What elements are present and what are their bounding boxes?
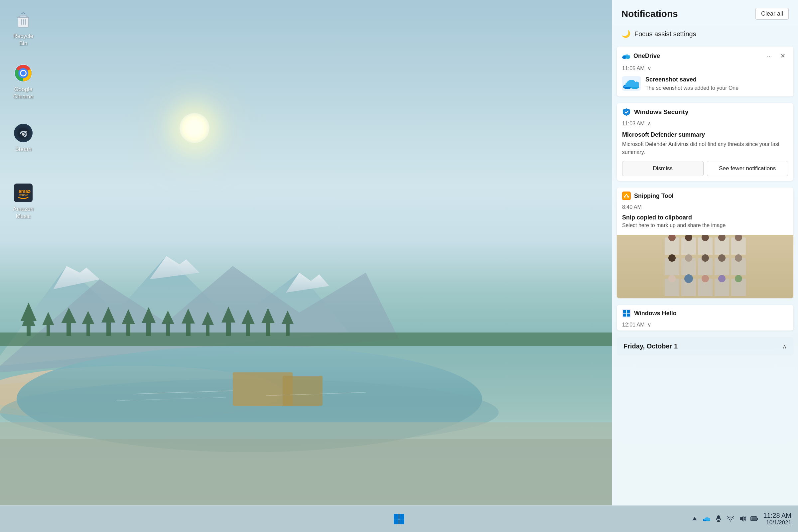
snipping-tool-icon bbox=[622, 191, 631, 200]
clock-date: 10/1/2021 bbox=[763, 519, 791, 526]
svg-rect-81 bbox=[623, 314, 626, 317]
microphone-tray-icon[interactable] bbox=[714, 514, 723, 524]
volume-tray-icon[interactable] bbox=[738, 514, 747, 524]
snipping-tool-time: 8:40 AM bbox=[622, 204, 642, 210]
svg-point-57 bbox=[22, 133, 25, 136]
calendar-date-label: Friday, October 1 bbox=[624, 342, 678, 350]
system-tray bbox=[690, 514, 759, 524]
snipping-tool-text: Snip copied to clipboard Select here to … bbox=[617, 213, 793, 232]
calendar-expand-icon[interactable]: ∧ bbox=[782, 343, 787, 350]
svg-rect-40 bbox=[283, 376, 323, 406]
onedrive-icon bbox=[622, 53, 630, 59]
amazon-music-label: Amazon Music bbox=[9, 206, 37, 220]
google-chrome-label: Google Chrome bbox=[9, 86, 37, 100]
svg-rect-84 bbox=[399, 514, 404, 519]
sun-decoration bbox=[179, 113, 209, 143]
snipping-tool-app-name: Snipping Tool bbox=[634, 192, 673, 200]
recycle-bin-label: Recycle Bin bbox=[9, 33, 37, 47]
snipping-tool-thumbnail bbox=[617, 235, 793, 298]
wifi-tray-icon[interactable] bbox=[726, 514, 735, 524]
chevron-up-tray-button[interactable] bbox=[690, 514, 699, 524]
ws-buttons: Dismiss See fewer notifications bbox=[622, 161, 788, 176]
amazon-music-image: amazon music bbox=[13, 182, 34, 204]
svg-rect-73 bbox=[623, 192, 630, 199]
recycle-bin-image bbox=[13, 9, 34, 31]
notification-title: Notifications bbox=[622, 8, 678, 19]
windows-hello-card-header: Windows Hello bbox=[617, 305, 793, 320]
ws-time-row: 11:03 AM ∧ bbox=[617, 119, 793, 130]
svg-rect-85 bbox=[394, 519, 399, 524]
windows-logo-icon bbox=[393, 513, 405, 525]
onedrive-notification-title: Screenshot saved bbox=[645, 76, 739, 83]
onedrive-time-row: 11:05 AM ∨ bbox=[617, 64, 793, 74]
clear-all-button[interactable]: Clear all bbox=[756, 8, 789, 20]
svg-point-55 bbox=[21, 71, 25, 75]
moon-icon: 🌙 bbox=[622, 30, 630, 38]
onedrive-card-header: OneDrive ··· ✕ bbox=[617, 46, 793, 64]
onedrive-controls: ··· ✕ bbox=[764, 51, 788, 61]
ws-notification-title: Microsoft Defender summary bbox=[622, 131, 788, 138]
calendar-section[interactable]: Friday, October 1 ∧ bbox=[617, 337, 793, 356]
svg-rect-90 bbox=[717, 515, 720, 519]
focus-assist-label: Focus assist settings bbox=[634, 30, 696, 38]
taskbar-center bbox=[391, 511, 407, 527]
windows-hello-app-info: Windows Hello bbox=[622, 309, 677, 318]
svg-rect-83 bbox=[394, 514, 399, 519]
windows-hello-icon bbox=[622, 309, 631, 318]
windows-hello-time-row: 12:01 AM ∨ bbox=[617, 320, 793, 330]
windows-security-notification-card: Windows Security 11:03 AM ∧ Microsoft De… bbox=[617, 103, 793, 181]
svg-rect-95 bbox=[757, 518, 758, 520]
notification-panel: Notifications Clear all 🌙 Focus assist s… bbox=[612, 0, 798, 506]
ws-time: 11:03 AM bbox=[622, 121, 645, 127]
steam-label: Steam bbox=[15, 146, 31, 153]
onedrive-close-button[interactable]: ✕ bbox=[777, 51, 788, 61]
svg-point-67 bbox=[625, 56, 630, 58]
start-button[interactable] bbox=[391, 511, 407, 527]
onedrive-notification-card: OneDrive ··· ✕ 11:05 AM ∨ Screenshot sav… bbox=[617, 46, 793, 96]
shield-icon bbox=[622, 108, 631, 116]
taskbar: 11:28 AM 10/1/2021 bbox=[0, 506, 798, 532]
snipping-tool-notification-body: Select here to mark up and share the ima… bbox=[622, 223, 788, 228]
google-chrome-icon[interactable]: Google Chrome bbox=[7, 60, 40, 103]
notification-header: Notifications Clear all bbox=[612, 0, 798, 25]
onedrive-time: 11:05 AM bbox=[622, 65, 645, 72]
svg-text:music: music bbox=[19, 193, 28, 197]
svg-marker-87 bbox=[692, 517, 697, 520]
amazon-music-icon[interactable]: amazon music Amazon Music bbox=[7, 179, 40, 223]
battery-tray-icon[interactable] bbox=[750, 514, 759, 524]
onedrive-large-icon bbox=[622, 76, 641, 91]
onedrive-expand-icon[interactable]: ∨ bbox=[647, 65, 651, 72]
taskbar-right: 11:28 AM 10/1/2021 bbox=[690, 511, 791, 526]
onedrive-app-name: OneDrive bbox=[633, 53, 660, 59]
onedrive-notification-body: The screenshot was added to your One bbox=[645, 84, 739, 92]
ws-header: Windows Security bbox=[617, 103, 793, 119]
snipping-tool-time-row: 8:40 AM bbox=[617, 203, 793, 213]
svg-rect-86 bbox=[399, 519, 404, 524]
svg-marker-93 bbox=[740, 516, 743, 522]
ws-see-fewer-button[interactable]: See fewer notifications bbox=[707, 161, 788, 176]
onedrive-content[interactable]: Screenshot saved The screenshot was adde… bbox=[617, 74, 793, 96]
ws-expand-icon[interactable]: ∧ bbox=[647, 120, 651, 127]
svg-rect-96 bbox=[752, 517, 756, 520]
windows-hello-app-name: Windows Hello bbox=[634, 310, 677, 317]
recycle-bin-icon[interactable]: Recycle Bin bbox=[7, 7, 40, 50]
onedrive-menu-button[interactable]: ··· bbox=[764, 51, 775, 61]
snipping-tool-card-header: Snipping Tool bbox=[617, 188, 793, 203]
ws-content: Microsoft Defender summary Microsoft Def… bbox=[617, 130, 793, 181]
steam-icon[interactable]: Steam bbox=[7, 120, 40, 156]
system-clock[interactable]: 11:28 AM 10/1/2021 bbox=[763, 511, 791, 526]
ws-notification-body: Microsoft Defender Antivirus did not fin… bbox=[622, 140, 788, 156]
focus-assist-settings[interactable]: 🌙 Focus assist settings bbox=[612, 25, 798, 43]
snipping-tool-app-info: Snipping Tool bbox=[622, 191, 673, 200]
ws-dismiss-button[interactable]: Dismiss bbox=[622, 161, 704, 176]
windows-hello-time: 12:01 AM bbox=[622, 322, 645, 328]
snipping-tool-notification-card[interactable]: Snipping Tool 8:40 AM Snip copied to cli… bbox=[617, 188, 793, 298]
snipping-tool-notification-title: Snip copied to clipboard bbox=[622, 214, 788, 221]
onedrive-app-info: OneDrive bbox=[622, 53, 660, 59]
windows-hello-notification-card: Windows Hello 12:01 AM ∨ bbox=[617, 305, 793, 330]
onedrive-text: Screenshot saved The screenshot was adde… bbox=[645, 76, 739, 92]
onedrive-tray-icon[interactable] bbox=[702, 514, 711, 524]
svg-rect-80 bbox=[627, 310, 630, 313]
svg-point-58 bbox=[25, 131, 27, 133]
windows-hello-expand-icon[interactable]: ∨ bbox=[647, 322, 651, 328]
